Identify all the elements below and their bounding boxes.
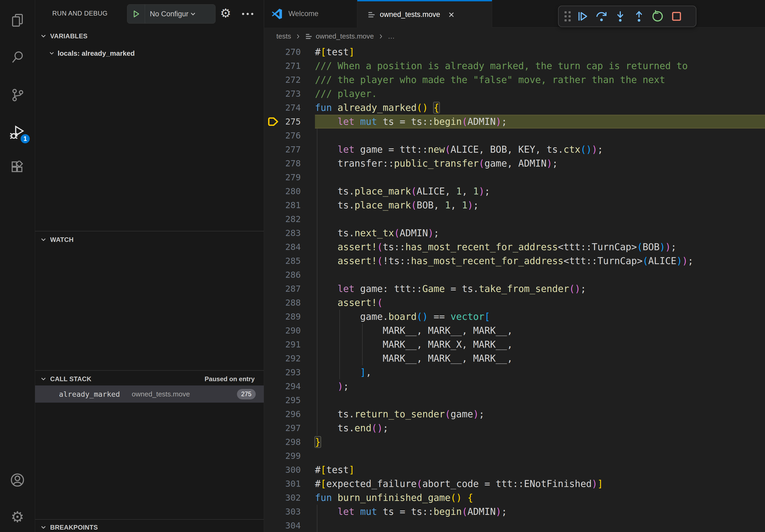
line-number[interactable]: 283 xyxy=(264,226,301,240)
code-line[interactable]: 295 xyxy=(264,393,765,407)
search-icon[interactable] xyxy=(0,43,35,72)
line-number[interactable]: 303 xyxy=(264,505,301,519)
code-line[interactable]: 283 ts.next_tx(ADMIN); xyxy=(264,226,765,240)
line-number[interactable]: 299 xyxy=(264,449,301,463)
line-number[interactable]: 292 xyxy=(264,352,301,366)
code-line[interactable]: 277 let game = ttt::new(ALICE, BOB, KEY,… xyxy=(264,142,765,156)
explorer-icon[interactable] xyxy=(0,5,35,35)
line-number[interactable]: 275 xyxy=(264,115,301,129)
line-number[interactable]: 270 xyxy=(264,45,301,59)
line-number[interactable]: 274 xyxy=(264,101,301,115)
line-number[interactable]: 295 xyxy=(264,393,301,407)
code-line[interactable]: 274fun already_marked() { xyxy=(264,101,765,115)
line-number[interactable]: 296 xyxy=(264,407,301,421)
line-number[interactable]: 279 xyxy=(264,170,301,184)
line-number[interactable]: 291 xyxy=(264,338,301,352)
continue-button[interactable] xyxy=(573,8,592,25)
step-out-button[interactable] xyxy=(630,8,648,25)
launch-configuration-dropdown[interactable]: No Configur xyxy=(127,4,216,24)
line-number[interactable]: 300 xyxy=(264,463,301,477)
breakpoints-section-header[interactable]: BREAKPOINTS xyxy=(35,521,264,532)
call-stack-section-header[interactable]: CALL STACK Paused on entry xyxy=(35,373,264,385)
code-line[interactable]: 298} xyxy=(264,435,765,449)
code-line[interactable]: 285 assert!(!ts::has_most_recent_for_add… xyxy=(264,254,765,268)
source-control-icon[interactable] xyxy=(0,80,35,110)
line-number[interactable]: 285 xyxy=(264,254,301,268)
code-line[interactable]: 287 let game: ttt::Game = ts.take_from_s… xyxy=(264,282,765,296)
code-line[interactable]: 301#[expected_failure(abort_code = ttt::… xyxy=(264,477,765,491)
code-line[interactable]: 304 xyxy=(264,519,765,532)
line-number[interactable]: 271 xyxy=(264,59,301,73)
code-line[interactable]: 286 xyxy=(264,268,765,282)
line-number[interactable]: 290 xyxy=(264,324,301,338)
line-number[interactable]: 281 xyxy=(264,198,301,212)
variables-scope-locals[interactable]: locals: already_marked xyxy=(35,47,264,60)
stop-button[interactable] xyxy=(667,8,686,25)
code-line[interactable]: 281 ts.place_mark(BOB, 1, 1); xyxy=(264,198,765,212)
code-line[interactable]: 300#[test] xyxy=(264,463,765,477)
code-line[interactable]: 276 xyxy=(264,129,765,142)
code-line[interactable]: 296 ts.return_to_sender(game); xyxy=(264,407,765,421)
line-number[interactable]: 297 xyxy=(264,421,301,435)
code-line[interactable]: 282 xyxy=(264,212,765,226)
breadcrumb-file[interactable]: owned_tests.move xyxy=(316,32,374,40)
code-line[interactable]: 302fun burn_unfinished_game() { xyxy=(264,491,765,505)
accounts-icon[interactable] xyxy=(0,465,35,495)
line-number[interactable]: 278 xyxy=(264,156,301,170)
code-line[interactable]: 291 MARK__, MARK_X, MARK__, xyxy=(264,338,765,352)
line-number[interactable]: 289 xyxy=(264,310,301,324)
run-and-debug-icon[interactable]: 1 xyxy=(0,117,35,147)
code-line[interactable]: 270#[test] xyxy=(264,45,765,59)
line-number[interactable]: 272 xyxy=(264,73,301,87)
code-line[interactable]: 279 xyxy=(264,170,765,184)
line-number[interactable]: 304 xyxy=(264,519,301,532)
code-line[interactable]: 289 game.board() == vector[ xyxy=(264,310,765,324)
line-number[interactable]: 298 xyxy=(264,435,301,449)
code-line[interactable]: 288 assert!( xyxy=(264,296,765,310)
line-number[interactable]: 273 xyxy=(264,87,301,101)
code-area[interactable]: 270#[test]271/// When a position is alre… xyxy=(264,45,765,532)
start-debugging-icon[interactable] xyxy=(127,5,145,23)
code-line[interactable]: 297 ts.end(); xyxy=(264,421,765,435)
breadcrumb-folder[interactable]: tests xyxy=(276,32,291,40)
code-line[interactable]: 290 MARK__, MARK__, MARK__, xyxy=(264,324,765,338)
step-over-button[interactable] xyxy=(592,8,611,25)
line-number[interactable]: 284 xyxy=(264,240,301,254)
settings-gear-icon[interactable]: ⚙ xyxy=(0,502,35,532)
tab-owned-tests-move[interactable]: owned_tests.move xyxy=(357,0,492,28)
line-number[interactable]: 276 xyxy=(264,129,301,142)
close-tab-icon[interactable] xyxy=(447,11,455,19)
watch-section-header[interactable]: WATCH xyxy=(35,234,264,246)
code-line[interactable]: 284 assert!(ts::has_most_recent_for_addr… xyxy=(264,240,765,254)
line-number[interactable]: 293 xyxy=(264,366,301,379)
code-line[interactable]: 293 ], xyxy=(264,366,765,379)
code-line[interactable]: 278 transfer::public_transfer(game, ADMI… xyxy=(264,156,765,170)
code-line[interactable]: 271/// When a position is already marked… xyxy=(264,59,765,73)
step-into-button[interactable] xyxy=(611,8,630,25)
toolbar-drag-handle[interactable] xyxy=(564,11,571,21)
code-line[interactable]: 292 MARK__, MARK__, MARK__, xyxy=(264,352,765,366)
debug-settings-gear-icon[interactable]: ⚙ xyxy=(220,7,231,19)
line-number[interactable]: 287 xyxy=(264,282,301,296)
call-stack-frame-row[interactable]: already_marked owned_tests.move 275 xyxy=(35,386,264,402)
more-actions-icon[interactable] xyxy=(242,13,253,15)
line-number[interactable]: 282 xyxy=(264,212,301,226)
line-number[interactable]: 301 xyxy=(264,477,301,491)
tab-welcome[interactable]: Welcome xyxy=(264,0,357,28)
line-number[interactable]: 280 xyxy=(264,184,301,198)
code-line[interactable]: 294 ); xyxy=(264,379,765,393)
line-number[interactable]: 277 xyxy=(264,142,301,156)
variables-section-header[interactable]: VARIABLES xyxy=(35,30,264,42)
code-line[interactable]: 299 xyxy=(264,449,765,463)
line-number[interactable]: 286 xyxy=(264,268,301,282)
extensions-icon[interactable] xyxy=(0,153,35,183)
code-line[interactable]: 303 let mut ts = ts::begin(ADMIN); xyxy=(264,505,765,519)
code-line[interactable]: 275 let mut ts = ts::begin(ADMIN); xyxy=(264,115,765,129)
code-line[interactable]: 273/// player. xyxy=(264,87,765,101)
code-line[interactable]: 280 ts.place_mark(ALICE, 1, 1); xyxy=(264,184,765,198)
line-number[interactable]: 302 xyxy=(264,491,301,505)
line-number[interactable]: 288 xyxy=(264,296,301,310)
restart-button[interactable] xyxy=(648,8,667,25)
code-line[interactable]: 272/// the player who made the "false" m… xyxy=(264,73,765,87)
breadcrumb-symbol-more[interactable]: … xyxy=(388,32,395,40)
